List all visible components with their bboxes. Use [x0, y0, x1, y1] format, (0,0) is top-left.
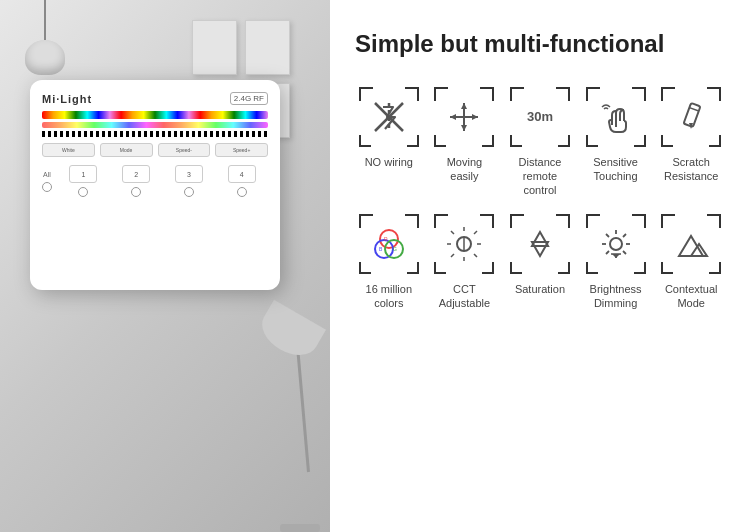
contextual-icon	[673, 226, 709, 262]
feature-scratch: ScratchResistance	[657, 87, 725, 198]
svg-point-30	[610, 238, 622, 250]
feature-saturation: Saturation	[506, 214, 574, 311]
svg-line-35	[606, 234, 609, 237]
ceiling-lamp	[20, 0, 70, 80]
svg-line-37	[623, 234, 626, 237]
moving-icon-box	[434, 87, 494, 147]
floor-lamp	[240, 312, 320, 532]
features-grid: NO wiring Movingeasily	[355, 87, 725, 310]
color-bar-2	[42, 122, 268, 128]
distance-icon-box: 30m	[510, 87, 570, 147]
feature-cct: CCTAdjustable	[431, 214, 499, 311]
moving-icon	[446, 99, 482, 135]
zone-all: All	[42, 171, 52, 192]
sensitive-icon-box	[586, 87, 646, 147]
svg-marker-29	[532, 242, 548, 256]
svg-marker-6	[461, 125, 467, 131]
black-bar	[42, 131, 268, 137]
svg-text:30m: 30m	[527, 109, 553, 124]
product-image-panel: Mi·Light 2.4G RF White Mode Speed- Speed…	[0, 0, 330, 532]
feature-distance: 30m Distanceremote control	[506, 87, 574, 198]
scratch-icon	[673, 99, 709, 135]
no-wiring-icon-box	[359, 87, 419, 147]
scratch-label: ScratchResistance	[664, 155, 718, 184]
saturation-icon-box	[510, 214, 570, 274]
speed-down-btn[interactable]: Speed-	[158, 143, 211, 157]
zones-row: All 1 2 3	[42, 165, 268, 197]
sensitive-icon	[598, 99, 634, 135]
mode-btn[interactable]: Mode	[100, 143, 153, 157]
svg-line-22	[451, 254, 454, 257]
zone-1: 1	[57, 165, 110, 197]
feature-moving-easily: Movingeasily	[431, 87, 499, 198]
color-bar-1	[42, 111, 268, 119]
svg-marker-8	[472, 114, 478, 120]
feature-colors: R B G 16 millioncolors	[355, 214, 423, 311]
svg-text:B: B	[379, 246, 383, 252]
no-wiring-label: NO wiring	[365, 155, 413, 169]
svg-text:G: G	[393, 246, 397, 252]
brand-name: Mi·Light	[42, 93, 92, 105]
feature-contextual: ContextualMode	[657, 214, 725, 311]
contextual-icon-box	[661, 214, 721, 274]
white-btn[interactable]: White	[42, 143, 95, 157]
zone-3: 3	[163, 165, 216, 197]
colors-label: 16 millioncolors	[366, 282, 412, 311]
mi-light-device: Mi·Light 2.4G RF White Mode Speed- Speed…	[30, 80, 280, 290]
rf-badge: 2.4G RF	[230, 92, 268, 105]
feature-sensitive: SensitiveTouching	[582, 87, 650, 198]
scratch-icon-box	[661, 87, 721, 147]
svg-line-20	[451, 231, 454, 234]
cct-icon	[446, 226, 482, 262]
contextual-label: ContextualMode	[665, 282, 718, 311]
svg-line-26	[474, 254, 477, 257]
feature-no-wiring: NO wiring	[355, 87, 423, 198]
colors-icon: R B G	[371, 226, 407, 262]
svg-marker-40	[612, 254, 620, 258]
distance-icon: 30m	[522, 99, 558, 135]
svg-text:R: R	[384, 236, 388, 242]
cct-icon-box	[434, 214, 494, 274]
brightness-label: BrightnessDimming	[590, 282, 642, 311]
svg-line-11	[690, 107, 699, 110]
no-wiring-icon	[371, 99, 407, 135]
saturation-label: Saturation	[515, 282, 565, 296]
section-title: Simple but multi-functional	[355, 30, 725, 59]
moving-label: Movingeasily	[447, 155, 482, 184]
cct-label: CCTAdjustable	[439, 282, 490, 311]
svg-line-38	[606, 251, 609, 254]
sensitive-label: SensitiveTouching	[593, 155, 638, 184]
saturation-icon	[522, 226, 558, 262]
button-row: White Mode Speed- Speed+	[42, 143, 268, 157]
svg-marker-28	[532, 232, 548, 246]
svg-line-24	[474, 231, 477, 234]
feature-brightness: BrightnessDimming	[582, 214, 650, 311]
brightness-icon-box	[586, 214, 646, 274]
svg-line-36	[623, 251, 626, 254]
zone-4: 4	[215, 165, 268, 197]
speed-up-btn[interactable]: Speed+	[215, 143, 268, 157]
features-panel: Simple but multi-functional NO wiring	[330, 0, 750, 532]
distance-label: Distanceremote control	[506, 155, 574, 198]
svg-marker-5	[461, 103, 467, 109]
zone-2: 2	[110, 165, 163, 197]
brightness-icon	[598, 226, 634, 262]
colors-icon-box: R B G	[359, 214, 419, 274]
svg-marker-7	[450, 114, 456, 120]
device-container: Mi·Light 2.4G RF White Mode Speed- Speed…	[30, 80, 280, 300]
